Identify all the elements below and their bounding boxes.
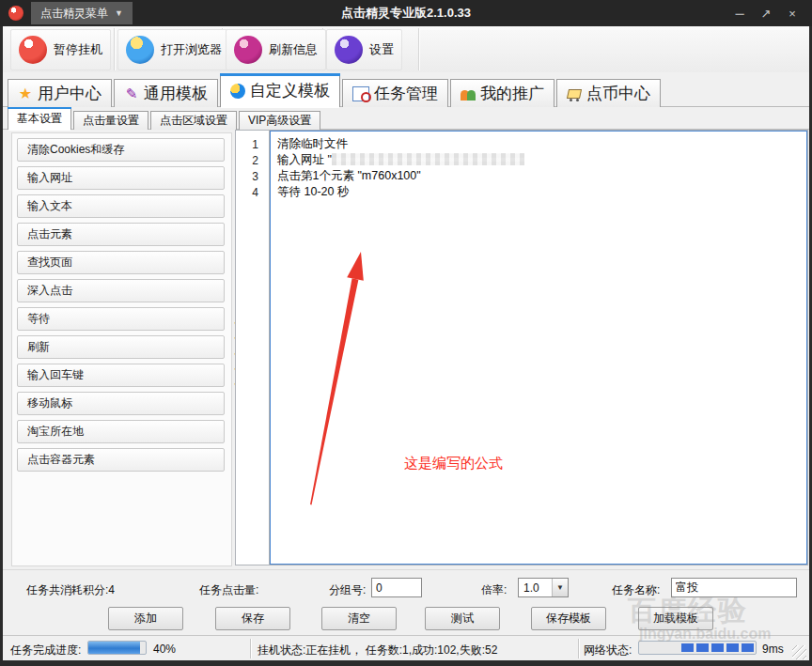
refresh-info-button[interactable]: 刷新信息 bbox=[226, 29, 326, 70]
rate-label: 倍率: bbox=[481, 582, 507, 598]
maximize-button[interactable]: ↗ bbox=[756, 4, 776, 23]
cmd-refresh-button[interactable]: 刷新 bbox=[17, 335, 225, 359]
subtab-vip-advanced-label: VIP高级设置 bbox=[248, 113, 311, 129]
cmd-taobao-location-button[interactable]: 淘宝所在地 bbox=[17, 420, 225, 443]
status-bar: 任务完成进度: 40% 挂机状态:正在挂机， 任务数:1,成功:102,失败:5… bbox=[3, 635, 809, 661]
window-border-left bbox=[0, 26, 3, 666]
user-center-icon: ★ bbox=[18, 86, 33, 101]
subtab-click-region[interactable]: 点击区域设置 bbox=[150, 111, 237, 130]
tab-custom-template[interactable]: 自定义模板 bbox=[220, 73, 340, 107]
subtab-basic-label: 基本设置 bbox=[17, 111, 62, 127]
statusbar-separator bbox=[578, 639, 579, 658]
cmd-label: 淘宝所在地 bbox=[27, 424, 84, 440]
open-browser-icon bbox=[126, 36, 154, 64]
content-area: 清除Cookies和缓存 输入网址 输入文本 点击元素 查找页面 深入点击 等待… bbox=[3, 130, 809, 569]
line-number: 1 bbox=[236, 137, 258, 153]
signal-block bbox=[726, 643, 739, 652]
tab-user-center[interactable]: ★ 用户中心 bbox=[8, 79, 112, 107]
cmd-wait-button[interactable]: 等待 bbox=[17, 307, 225, 331]
maximize-icon: ↗ bbox=[761, 7, 772, 21]
clear-button[interactable]: 清空 bbox=[321, 607, 397, 630]
resize-grip[interactable] bbox=[792, 645, 806, 659]
cmd-label: 深入点击 bbox=[27, 283, 72, 299]
rate-select[interactable]: 1.0 ▼ bbox=[518, 578, 569, 597]
group-number-input[interactable] bbox=[371, 578, 422, 597]
tab-task-manage[interactable]: 任务管理 bbox=[342, 79, 448, 107]
clear-button-label: 清空 bbox=[348, 611, 370, 627]
cmd-label: 刷新 bbox=[27, 339, 50, 355]
cmd-click-element-button[interactable]: 点击元素 bbox=[17, 223, 225, 246]
settings-button[interactable]: 设置 bbox=[326, 29, 402, 70]
save-template-button-label: 保存模板 bbox=[546, 611, 591, 627]
subtab-vip-advanced[interactable]: VIP高级设置 bbox=[239, 111, 320, 130]
cmd-deep-click-button[interactable]: 深入点击 bbox=[17, 279, 225, 302]
menu-caret-icon: ▼ bbox=[115, 8, 123, 18]
line-number: 2 bbox=[236, 153, 258, 169]
progress-label: 任务完成进度: bbox=[10, 643, 81, 658]
title-bar: 点击精灵菜单 ▼ 点击精灵专业版2.1.0.33 ─ ↗ × bbox=[0, 0, 812, 26]
consumed-points-label: 任务共消耗积分:4 bbox=[26, 582, 115, 598]
close-icon: × bbox=[789, 7, 796, 21]
cmd-enter-url-button[interactable]: 输入网址 bbox=[17, 166, 225, 190]
tab-coin-center-label: 点币中心 bbox=[586, 83, 650, 104]
cmd-find-page-button[interactable]: 查找页面 bbox=[17, 251, 225, 274]
script-line-text: 点击第1个元素 "m760x100" bbox=[277, 169, 421, 182]
pause-hangup-label: 暂停挂机 bbox=[54, 41, 102, 58]
close-button[interactable]: × bbox=[782, 4, 803, 23]
script-line-text: 清除临时文件 bbox=[277, 137, 348, 150]
open-browser-button[interactable]: 打开浏览器 bbox=[117, 29, 230, 70]
my-promotion-icon bbox=[461, 86, 476, 101]
minimize-icon: ─ bbox=[735, 7, 743, 21]
script-line: 清除临时文件 bbox=[277, 136, 800, 152]
test-button[interactable]: 测试 bbox=[425, 607, 500, 630]
subtab-basic-settings[interactable]: 基本设置 bbox=[8, 107, 71, 130]
chevron-down-icon: ▼ bbox=[552, 579, 568, 596]
latency-value: 9ms bbox=[762, 643, 784, 656]
pause-hangup-icon bbox=[19, 36, 47, 64]
script-text-area[interactable]: 清除临时文件 输入网址 " 点击第1个元素 "m760x100" 等待 10-2… bbox=[270, 131, 807, 565]
cmd-label: 清除Cookies和缓存 bbox=[27, 142, 124, 158]
window-controls: ─ ↗ × bbox=[729, 4, 812, 23]
save-template-button[interactable]: 保存模板 bbox=[531, 607, 606, 630]
cmd-label: 输入文本 bbox=[27, 198, 72, 214]
cmd-move-mouse-button[interactable]: 移动鼠标 bbox=[17, 392, 225, 415]
progress-percent: 40% bbox=[153, 643, 176, 656]
tab-coin-center[interactable]: 点币中心 bbox=[556, 79, 661, 107]
cmd-click-container-button[interactable]: 点击容器元素 bbox=[17, 448, 225, 472]
tab-general-template-label: 通用模板 bbox=[144, 83, 208, 104]
script-line-text: 等待 10-20 秒 bbox=[277, 185, 349, 198]
toolbar-separator bbox=[418, 28, 419, 70]
line-number: 3 bbox=[236, 169, 258, 185]
task-name-input[interactable] bbox=[671, 578, 797, 597]
pause-hangup-button[interactable]: 暂停挂机 bbox=[10, 29, 111, 70]
load-template-button-label: 加载模板 bbox=[653, 611, 698, 627]
script-editor: 1 2 3 4 清除临时文件 输入网址 " 点击第1个元素 "m760x100"… bbox=[235, 130, 808, 565]
tab-general-template[interactable]: ✎ 通用模板 bbox=[114, 79, 218, 107]
cmd-enter-text-button[interactable]: 输入文本 bbox=[17, 194, 225, 218]
sub-tab-bar: 基本设置 点击量设置 点击区域设置 VIP高级设置 bbox=[3, 107, 809, 130]
settings-label: 设置 bbox=[369, 41, 394, 58]
tab-my-promotion[interactable]: 我的推广 bbox=[450, 79, 554, 107]
cmd-clear-cookies-button[interactable]: 清除Cookies和缓存 bbox=[17, 138, 225, 162]
task-name-label: 任务名称: bbox=[612, 582, 660, 598]
refresh-info-label: 刷新信息 bbox=[269, 41, 318, 58]
save-button[interactable]: 保存 bbox=[215, 607, 290, 630]
settings-icon bbox=[335, 36, 363, 64]
script-line: 点击第1个元素 "m760x100" bbox=[277, 168, 800, 184]
load-template-button[interactable]: 加载模板 bbox=[638, 607, 713, 630]
cmd-enter-key-button[interactable]: 输入回车键 bbox=[17, 364, 225, 387]
cmd-label: 移动鼠标 bbox=[27, 395, 72, 411]
refresh-info-icon bbox=[234, 36, 262, 64]
annotation-label: 这是编写的公式 bbox=[404, 455, 503, 472]
rate-value: 1.0 bbox=[519, 581, 552, 595]
line-number: 4 bbox=[236, 185, 258, 201]
window-border-bottom bbox=[0, 660, 812, 666]
subtab-click-volume[interactable]: 点击量设置 bbox=[73, 111, 148, 130]
add-button[interactable]: 添加 bbox=[108, 607, 183, 630]
save-button-label: 保存 bbox=[242, 611, 264, 627]
task-clicks-label: 任务点击量: bbox=[199, 582, 258, 598]
minimize-button[interactable]: ─ bbox=[729, 4, 750, 23]
cmd-label: 等待 bbox=[27, 311, 50, 327]
script-line-text: 输入网址 " bbox=[277, 153, 332, 166]
app-menu-button[interactable]: 点击精灵菜单 ▼ bbox=[31, 2, 133, 24]
